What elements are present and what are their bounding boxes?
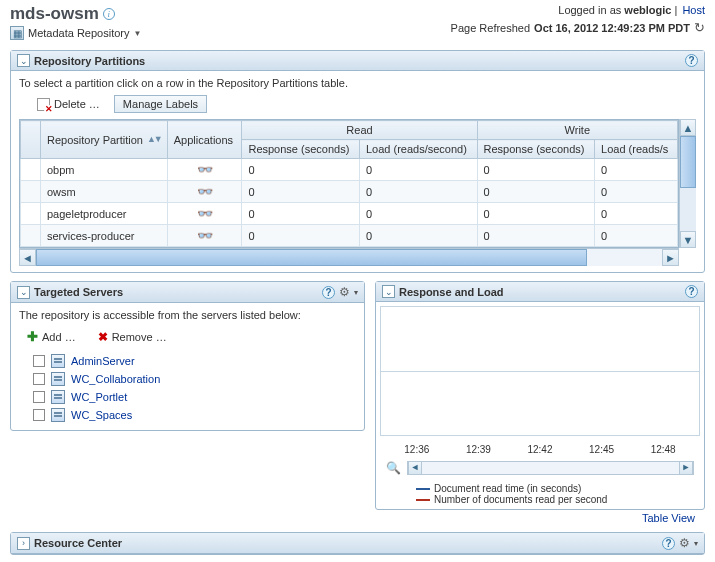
cell-write-resp: 0 [477,203,595,225]
response-load-title: Response and Load [399,286,681,298]
partitions-title: Repository Partitions [34,55,681,67]
targeted-hint: The repository is accessible from the se… [19,309,356,321]
server-link[interactable]: WC_Spaces [71,409,132,421]
server-icon [51,354,65,368]
resource-center-panel: › Resource Center ? ⚙ ▾ [10,532,705,555]
plus-icon: ✚ [27,329,38,344]
server-link[interactable]: WC_Collaboration [71,373,160,385]
cell-name: pageletproducer [41,203,168,225]
cell-read-load: 0 [359,203,477,225]
repository-menu-label: Metadata Repository [28,27,130,39]
add-label: Add … [42,331,76,343]
glasses-icon[interactable]: 👓 [174,162,236,177]
host-link[interactable]: Host [682,4,705,16]
gear-icon[interactable]: ⚙ [679,536,690,550]
cell-write-resp: 0 [477,225,595,247]
col-write-response[interactable]: Response (seconds) [477,140,595,159]
help-icon[interactable]: ? [685,285,698,298]
list-item: WC_Portlet [33,388,356,406]
table-row[interactable]: pageletproducer 👓 0 0 0 0 [21,203,678,225]
targeted-title: Targeted Servers [34,286,318,298]
partitions-table: Repository Partition ▲▼ Applications Rea… [20,120,678,247]
checkbox[interactable] [33,373,45,385]
table-row[interactable]: obpm 👓 0 0 0 0 [21,159,678,181]
scroll-up-icon[interactable]: ▲ [680,119,696,136]
glasses-icon[interactable]: 👓 [174,206,236,221]
cell-read-resp: 0 [242,181,360,203]
v-scrollbar[interactable]: ▲ ▼ [679,119,696,248]
manage-labels-label: Manage Labels [123,98,198,110]
cell-read-load: 0 [359,225,477,247]
collapse-button[interactable]: ⌄ [17,54,30,67]
col-read[interactable]: Read [242,121,477,140]
cell-write-resp: 0 [477,181,595,203]
gear-icon[interactable]: ⚙ [339,285,350,299]
magnifier-icon[interactable]: 🔍 [386,461,401,475]
scroll-left-icon[interactable]: ◄ [19,249,36,266]
cell-read-resp: 0 [242,203,360,225]
chart-scrollbar[interactable]: ◄ ► [407,461,694,475]
table-view-link[interactable]: Table View [375,510,705,524]
help-icon[interactable]: ? [662,537,675,550]
login-info: Logged in as weblogic | Host [451,4,705,16]
delete-icon [37,98,50,111]
chevron-down-icon: ▾ [694,539,698,548]
refresh-time: Oct 16, 2012 12:49:23 PM PDT [534,22,690,34]
col-write[interactable]: Write [477,121,677,140]
remove-server-button[interactable]: ✖ Remove … [90,327,175,346]
logged-in-prefix: Logged in as [558,4,624,16]
scroll-thumb[interactable] [36,249,587,266]
collapse-button[interactable]: ⌄ [17,286,30,299]
cell-write-resp: 0 [477,159,595,181]
list-item: WC_Collaboration [33,370,356,388]
server-link[interactable]: WC_Portlet [71,391,127,403]
checkbox[interactable] [33,391,45,403]
glasses-icon[interactable]: 👓 [174,184,236,199]
cell-read-load: 0 [359,159,477,181]
col-write-load[interactable]: Load (reads/s [595,140,678,159]
info-icon[interactable]: i [103,8,115,20]
add-server-button[interactable]: ✚ Add … [19,327,84,346]
delete-button[interactable]: Delete … [29,95,108,113]
glasses-icon[interactable]: 👓 [174,228,236,243]
list-item: AdminServer [33,352,356,370]
scroll-right-icon[interactable]: ► [679,462,693,474]
cell-read-resp: 0 [242,159,360,181]
cell-read-load: 0 [359,181,477,203]
chart-x-axis: 12:3612:3912:4212:4512:48 [376,440,704,459]
col-partition[interactable]: Repository Partition ▲▼ [41,121,168,159]
h-scrollbar[interactable]: ◄ ► [19,248,679,266]
x-tick: 12:42 [527,444,552,455]
checkbox[interactable] [33,409,45,421]
x-tick: 12:48 [651,444,676,455]
col-read-load[interactable]: Load (reads/second) [359,140,477,159]
col-applications[interactable]: Applications [167,121,242,159]
server-link[interactable]: AdminServer [71,355,135,367]
cell-write-load: 0 [595,225,678,247]
help-icon[interactable]: ? [685,54,698,67]
repository-menu[interactable]: ▦ Metadata Repository ▼ [10,26,451,40]
table-row[interactable]: owsm 👓 0 0 0 0 [21,181,678,203]
col-read-response[interactable]: Response (seconds) [242,140,360,159]
collapse-button[interactable]: ⌄ [382,285,395,298]
refresh-prefix: Page Refreshed [451,22,531,34]
chart-canvas [380,306,700,436]
scroll-right-icon[interactable]: ► [662,249,679,266]
checkbox[interactable] [33,355,45,367]
cell-name: services-producer [41,225,168,247]
page-header: mds-owsm i ▦ Metadata Repository ▼ Logge… [0,0,715,42]
scroll-down-icon[interactable]: ▼ [680,231,696,248]
expand-button[interactable]: › [17,537,30,550]
server-icon [51,408,65,422]
x-tick: 12:45 [589,444,614,455]
x-tick: 12:39 [466,444,491,455]
help-icon[interactable]: ? [322,286,335,299]
chevron-down-icon: ▾ [354,288,358,297]
targeted-servers-panel: ⌄ Targeted Servers ? ⚙ ▾ The repository … [10,281,365,431]
v-scroll-thumb[interactable] [680,136,696,188]
partitions-panel: ⌄ Repository Partitions ? To select a pa… [10,50,705,273]
scroll-left-icon[interactable]: ◄ [408,462,422,474]
table-row[interactable]: services-producer 👓 0 0 0 0 [21,225,678,247]
manage-labels-button[interactable]: Manage Labels [114,95,207,113]
refresh-icon[interactable]: ↻ [694,20,705,35]
